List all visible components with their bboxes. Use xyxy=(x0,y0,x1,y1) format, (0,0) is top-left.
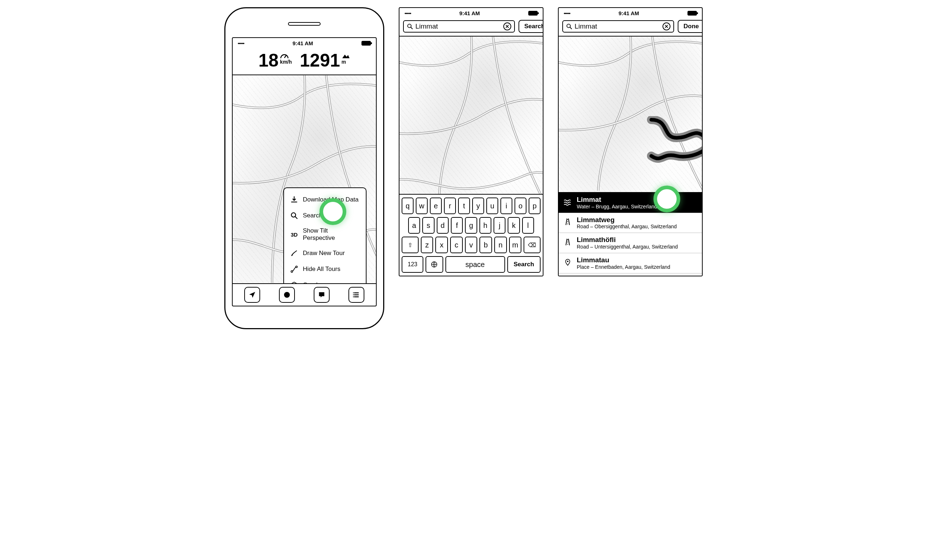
route-icon xyxy=(290,265,298,273)
keyboard-row-3: ⇧ z x c v b n m ⌫ xyxy=(402,237,541,253)
altitude-metric: 1291 m xyxy=(300,52,350,70)
key-globe[interactable] xyxy=(426,256,443,273)
water-icon xyxy=(563,197,572,208)
search-results-list: Limmat Water – Brugg, Aargau, Switzerlan… xyxy=(559,192,702,276)
key-numbers[interactable]: 123 xyxy=(402,256,423,273)
pencil-icon xyxy=(290,249,298,258)
done-button[interactable]: Done xyxy=(678,20,703,33)
result-limmatweg[interactable]: Limmatweg Road – Obersiggenthal, Aargau,… xyxy=(559,213,702,233)
key-y[interactable]: y xyxy=(472,197,484,214)
menu-overlays[interactable]: Overlays › xyxy=(286,277,364,283)
record-button[interactable] xyxy=(279,287,295,303)
result-subtitle: Water – Brugg, Aargau, Switzerland xyxy=(577,204,698,210)
search-input[interactable] xyxy=(574,23,660,30)
phone-speaker xyxy=(288,22,321,26)
result-subtitle: Road – Untersiggenthal, Aargau, Switzerl… xyxy=(577,244,698,250)
key-shift[interactable]: ⇧ xyxy=(402,237,419,253)
phone-device-frame: ••••• 9:41 AM 18 km/h 1291 m xyxy=(224,7,384,329)
key-p[interactable]: p xyxy=(529,197,541,214)
svg-line-0 xyxy=(284,55,286,58)
search-field[interactable]: ✕ xyxy=(562,20,674,33)
chat-icon xyxy=(318,291,326,299)
key-b[interactable]: b xyxy=(479,237,492,253)
key-j[interactable]: j xyxy=(494,217,506,234)
key-m[interactable]: m xyxy=(509,237,522,253)
key-x[interactable]: x xyxy=(435,237,448,253)
result-subtitle: Road – Obersiggenthal, Aargau, Switzerla… xyxy=(577,223,698,230)
chevron-right-icon: › xyxy=(358,281,360,284)
status-bar: ••••• 9:41 AM xyxy=(233,38,376,48)
key-s[interactable]: s xyxy=(422,217,434,234)
search-field[interactable]: ✕ xyxy=(403,20,515,33)
menu-tilt-3d[interactable]: 3D Show Tilt Perspective xyxy=(286,223,364,245)
highlight-ring xyxy=(653,185,680,212)
svg-line-11 xyxy=(411,27,412,29)
locate-button[interactable] xyxy=(244,287,260,303)
menu-hide-tours[interactable]: Hide All Tours xyxy=(286,261,364,277)
screen-search-typing: ••••• 9:41 AM ✕ Search q w e r xyxy=(399,7,544,276)
key-t[interactable]: t xyxy=(458,197,470,214)
battery-icon xyxy=(362,41,371,46)
map-roads xyxy=(559,36,702,191)
key-search[interactable]: Search xyxy=(507,256,541,273)
key-c[interactable]: c xyxy=(450,237,463,253)
key-a[interactable]: a xyxy=(408,217,420,234)
search-button[interactable]: Search xyxy=(518,20,544,33)
keyboard-row-2: a s d f g h j k l xyxy=(402,217,541,234)
menu-label: Overlays xyxy=(303,281,327,283)
search-input[interactable] xyxy=(415,23,501,30)
key-k[interactable]: k xyxy=(508,217,520,234)
layers-icon xyxy=(290,281,298,283)
key-h[interactable]: h xyxy=(479,217,491,234)
selected-river-highlight xyxy=(637,116,702,167)
key-d[interactable]: d xyxy=(437,217,449,234)
key-l[interactable]: l xyxy=(522,217,534,234)
key-v[interactable]: v xyxy=(465,237,478,253)
status-time: 9:41 AM xyxy=(619,10,639,16)
result-limmatinseli[interactable]: ★ Limmatinseli Attraction – Baden, Aarga… xyxy=(559,273,702,276)
menu-label: Draw New Tour xyxy=(303,250,345,257)
key-u[interactable]: u xyxy=(486,197,498,214)
map-canvas[interactable] xyxy=(559,36,702,192)
map-canvas[interactable]: Download Map Data Search 3D Show Tilt Pe… xyxy=(233,75,376,283)
search-header: ✕ Search xyxy=(400,18,543,36)
screen-search-results: ••••• 9:41 AM ✕ Done xyxy=(558,7,703,276)
key-backspace[interactable]: ⌫ xyxy=(524,237,541,253)
key-i[interactable]: i xyxy=(500,197,512,214)
key-e[interactable]: e xyxy=(430,197,442,214)
key-q[interactable]: q xyxy=(402,197,413,214)
result-limmathofli[interactable]: Limmathöfli Road – Untersiggenthal, Aarg… xyxy=(559,233,702,253)
key-w[interactable]: w xyxy=(416,197,428,214)
search-header: ✕ Done xyxy=(559,18,702,36)
map-canvas[interactable] xyxy=(400,36,543,194)
clear-search-icon[interactable]: ✕ xyxy=(503,23,511,30)
keyboard-row-4: 123 space Search xyxy=(402,256,541,273)
svg-point-9 xyxy=(353,296,354,297)
list-button[interactable] xyxy=(348,287,364,303)
menu-label: Show Tilt Perspective xyxy=(303,227,360,242)
result-limmat[interactable]: Limmat Water – Brugg, Aargau, Switzerlan… xyxy=(559,193,702,213)
globe-icon xyxy=(430,261,438,268)
status-time: 9:41 AM xyxy=(292,40,313,46)
signal-dots: ••••• xyxy=(238,41,244,46)
dashboard-header: 18 km/h 1291 m xyxy=(233,48,376,75)
status-time: 9:41 AM xyxy=(459,10,480,16)
screen-dashboard: ••••• 9:41 AM 18 km/h 1291 m xyxy=(232,37,377,307)
status-bar: ••••• 9:41 AM xyxy=(559,8,702,18)
battery-icon xyxy=(528,11,538,15)
key-n[interactable]: n xyxy=(494,237,507,253)
key-space[interactable]: space xyxy=(445,256,505,273)
chat-button[interactable] xyxy=(314,287,330,303)
keyboard: q w e r t y u i o p a s d f g h j k l ⇧ … xyxy=(400,194,543,276)
key-g[interactable]: g xyxy=(465,217,477,234)
key-r[interactable]: r xyxy=(444,197,456,214)
key-o[interactable]: o xyxy=(515,197,526,214)
clear-search-icon[interactable]: ✕ xyxy=(663,23,670,30)
search-icon xyxy=(566,23,572,30)
key-z[interactable]: z xyxy=(421,237,433,253)
result-limmatau[interactable]: Limmatau Place – Ennetbaden, Aargau, Swi… xyxy=(559,253,702,273)
altitude-value: 1291 xyxy=(300,52,340,70)
menu-draw-tour[interactable]: Draw New Tour xyxy=(286,245,364,261)
key-f[interactable]: f xyxy=(451,217,463,234)
keyboard-row-1: q w e r t y u i o p xyxy=(402,197,541,214)
